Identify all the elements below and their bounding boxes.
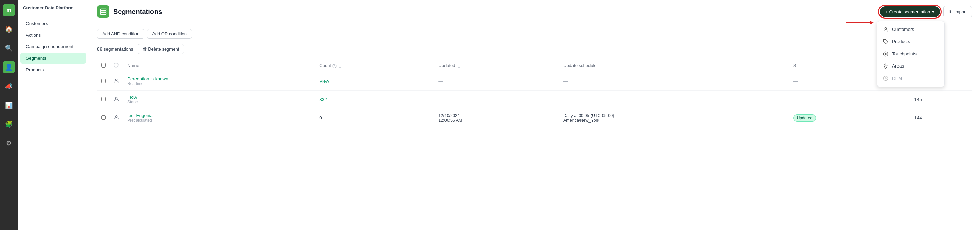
clock-icon	[883, 75, 889, 81]
megaphone-icon[interactable]: 📣	[3, 80, 15, 92]
page-title: Segmentations	[113, 8, 876, 16]
puzzle-icon[interactable]: 🧩	[3, 118, 15, 130]
dropdown-item-touchpoints[interactable]: Touchpoints	[877, 48, 944, 60]
row-updated-cell: 12/10/2024 12:06:55 AM	[434, 109, 559, 127]
col-count: Count	[315, 59, 434, 72]
people-icon[interactable]: 👤	[3, 61, 15, 73]
svg-point-22	[115, 116, 117, 117]
row-name-cell: Flow Static	[123, 90, 315, 109]
segments-table: Name Count Updated Update schedule S	[97, 59, 972, 127]
select-all-checkbox[interactable]	[101, 63, 106, 68]
page-content: Add AND condition Add OR condition 88 se…	[89, 24, 980, 230]
count-view-link[interactable]: View	[319, 79, 329, 84]
main-content: Segmentations + Create segmentation ▾ ⬆ …	[89, 0, 980, 230]
row-name-cell: Perception is known Realtime	[123, 72, 315, 90]
col-checkbox	[97, 59, 110, 72]
dropdown-item-customers[interactable]: Customers	[877, 24, 944, 36]
row-checkbox-cell	[97, 72, 110, 90]
segment-count: 88 segmentations	[97, 46, 134, 52]
row-type-icon	[110, 109, 123, 127]
table-row: Flow Static 332 — — — 145	[97, 90, 972, 109]
col-name: Name	[123, 59, 315, 72]
svg-rect-2	[100, 13, 106, 14]
circle-dot-icon	[883, 51, 889, 57]
count-value: 0	[319, 115, 322, 121]
segment-name-link[interactable]: Flow	[127, 95, 137, 100]
app-icon-rail: m 🏠 🔍 👤 📣 📊 🧩 ⚙	[0, 0, 18, 230]
svg-rect-1	[100, 11, 106, 12]
import-icon: ⬆	[948, 9, 952, 14]
row-checkbox-cell	[97, 109, 110, 127]
page-icon	[97, 5, 109, 17]
updated-date: 12/10/2024	[438, 113, 555, 118]
location-icon	[883, 63, 889, 69]
count-link[interactable]: 332	[319, 97, 327, 102]
row-updated-cell: —	[434, 72, 559, 90]
sidebar-item-products[interactable]: Products	[21, 64, 86, 75]
import-label: Import	[954, 9, 967, 14]
dropdown-touchpoints-label: Touchpoints	[892, 51, 916, 56]
row-sub: Static	[127, 100, 311, 105]
dropdown-products-label: Products	[892, 39, 910, 44]
row-checkbox[interactable]	[101, 79, 106, 83]
row-sub: Realtime	[127, 81, 311, 86]
conditions-bar: Add AND condition Add OR condition	[97, 29, 972, 39]
dropdown-item-areas[interactable]: Areas	[877, 60, 944, 72]
dropdown-item-rfm: RFM	[877, 72, 944, 84]
status-badge: Updated	[793, 114, 816, 122]
segment-name-link[interactable]: Perception is known	[127, 76, 169, 81]
row-schedule-cell: Daily at 00:05 (UTC-05:00) America/New_Y…	[559, 109, 789, 127]
chart-icon[interactable]: 📊	[3, 99, 15, 111]
segment-count-bar: 88 segmentations 🗑 Delete segment	[97, 44, 972, 54]
svg-point-7	[885, 65, 886, 66]
person-icon	[883, 27, 889, 33]
header-actions: + Create segmentation ▾ ⬆ Import Custome…	[880, 6, 972, 17]
gear-icon[interactable]: ⚙	[3, 137, 15, 149]
dropdown-rfm-label: RFM	[892, 76, 902, 81]
sidebar-item-actions[interactable]: Actions	[21, 30, 86, 41]
home-icon[interactable]: 🏠	[3, 23, 15, 35]
row-checkbox-cell	[97, 90, 110, 109]
create-dropdown-menu: Customers Products Touchpoints	[877, 21, 945, 87]
delete-segment-button[interactable]: 🗑 Delete segment	[137, 44, 185, 54]
create-segmentation-button[interactable]: + Create segmentation ▾	[880, 6, 940, 17]
row-type-icon	[110, 90, 123, 109]
row-checkbox[interactable]	[101, 97, 106, 102]
svg-point-20	[115, 79, 117, 81]
row-num-cell: 144	[910, 109, 972, 127]
schedule-line1: Daily at 00:05 (UTC-05:00)	[563, 113, 785, 118]
row-status-cell: —	[789, 90, 910, 109]
create-label: + Create segmentation	[885, 9, 930, 14]
add-or-condition-button[interactable]: Add OR condition	[147, 29, 192, 39]
row-status-cell: Updated	[789, 109, 910, 127]
svg-point-3	[885, 27, 886, 29]
tag-icon	[883, 39, 889, 45]
add-and-condition-button[interactable]: Add AND condition	[97, 29, 144, 39]
sidebar-item-segments[interactable]: Segments	[21, 52, 86, 64]
sidebar-item-campaign[interactable]: Campaign engagement	[21, 41, 86, 52]
row-updated-cell: —	[434, 90, 559, 109]
row-schedule-cell: —	[559, 90, 789, 109]
col-type	[110, 59, 123, 72]
col-schedule: Update schedule	[559, 59, 789, 72]
row-checkbox[interactable]	[101, 115, 106, 120]
sidebar-header: Customer Data Platform	[18, 0, 89, 15]
svg-rect-0	[100, 9, 106, 11]
search-icon[interactable]: 🔍	[3, 42, 15, 54]
app-logo[interactable]: m	[3, 4, 15, 16]
sidebar-item-customers[interactable]: Customers	[21, 18, 86, 29]
table-row: Perception is known Realtime View — — —	[97, 72, 972, 90]
import-button[interactable]: ⬆ Import	[943, 6, 972, 17]
updated-time: 12:06:55 AM	[438, 118, 555, 123]
dropdown-item-products[interactable]: Products	[877, 36, 944, 48]
sidebar-nav: Customers Actions Campaign engagement Se…	[18, 15, 89, 78]
page-header: Segmentations + Create segmentation ▾ ⬆ …	[89, 0, 980, 24]
row-name-cell: test Eugenia Precalculated	[123, 109, 315, 127]
segment-name-link[interactable]: test Eugenia	[127, 113, 153, 118]
table-row: test Eugenia Precalculated 0 12/10/2024 …	[97, 109, 972, 127]
row-count-cell: View	[315, 72, 434, 90]
dropdown-areas-label: Areas	[892, 63, 904, 68]
row-schedule-cell: —	[559, 72, 789, 90]
row-type-icon	[110, 72, 123, 90]
row-num-cell: 145	[910, 90, 972, 109]
